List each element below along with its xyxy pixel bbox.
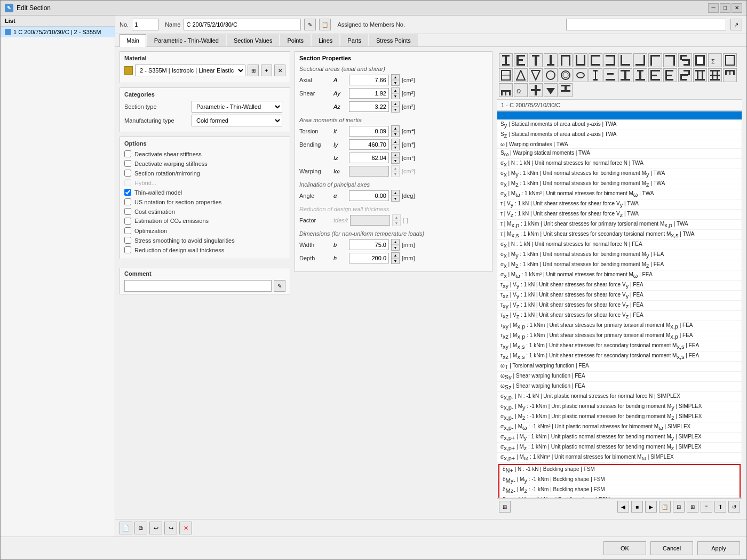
list-item[interactable]: ωSy | Shear warping function | FEA — [497, 372, 742, 382]
angle-input[interactable] — [349, 190, 389, 201]
tab-lines[interactable]: Lines — [312, 34, 339, 46]
list-grid-button[interactable]: ⊞ — [687, 501, 698, 513]
tab-main[interactable]: Main — [120, 34, 146, 47]
list-item-selected[interactable]: -- — [497, 111, 742, 120]
thin-walled-checkbox[interactable] — [124, 189, 131, 196]
list-table2-button[interactable]: ⊟ — [673, 501, 685, 513]
shape-icon-i2[interactable] — [514, 53, 528, 67]
deactivate-shear-checkbox[interactable] — [124, 150, 131, 157]
list-item[interactable]: τxy | Vy : 1 kN | Unit shear stresses fo… — [497, 281, 742, 291]
list-item[interactable]: σx,p- | Mω : -1 kNm² | Unit plastic norm… — [497, 422, 742, 433]
list-item[interactable]: σx | N : 1 kN | Unit normal stresses for… — [497, 159, 742, 169]
tab-parametric[interactable]: Parametric - Thin-Walled — [147, 34, 226, 46]
redo-button[interactable]: ↪ — [164, 522, 177, 534]
duplicate-button[interactable]: ⧉ — [134, 522, 147, 534]
list-stop-button[interactable]: ■ — [631, 501, 643, 513]
shape-icon-l4[interactable] — [663, 53, 677, 67]
ok-button[interactable]: OK — [603, 541, 646, 555]
shape-icon-z2[interactable] — [678, 68, 692, 82]
tab-parts[interactable]: Parts — [340, 34, 368, 46]
tab-section-values[interactable]: Section Values — [227, 34, 280, 46]
iy-dn[interactable]: ▼ — [392, 145, 399, 150]
shape-icon-ii2[interactable] — [708, 68, 722, 82]
shape-icon-i4[interactable] — [633, 68, 647, 82]
apply-button[interactable]: Apply — [697, 541, 740, 555]
iz-dn[interactable]: ▼ — [392, 158, 399, 163]
axial-up[interactable]: ▲ — [392, 75, 399, 80]
list-item[interactable]: σx,p- | Mz : -1 kNm | Unit plastic norma… — [497, 412, 742, 422]
shape-icon-ii1[interactable] — [693, 68, 707, 82]
comment-edit-button[interactable]: ✎ — [274, 280, 285, 292]
shape-icon-omega[interactable]: Ω — [514, 83, 528, 97]
iy-up[interactable]: ▲ — [392, 139, 399, 145]
list-next-button[interactable]: ▶ — [645, 501, 657, 513]
angle-dn[interactable]: ▼ — [392, 196, 399, 201]
list-item-fsm1[interactable]: δN+ | N : -1 kN | Buckling shape | FSM — [499, 465, 740, 475]
list-item[interactable]: τ | Mx,p : 1 kNm | Unit shear stresses f… — [497, 220, 742, 230]
us-notation-checkbox[interactable] — [124, 198, 131, 205]
list-item[interactable]: σx | Mz : 1 kNm | Unit normal stresses f… — [497, 179, 742, 189]
maximize-button[interactable]: □ — [720, 3, 730, 13]
list-item[interactable]: ωSz | Shear warping function | FEA — [497, 382, 742, 392]
assigned-icon-button[interactable]: ↗ — [730, 19, 742, 30]
reduction-checkbox[interactable] — [124, 246, 131, 253]
tab-stress-points[interactable]: Stress Points — [369, 34, 418, 46]
list-copy-button[interactable]: 📋 — [659, 501, 671, 513]
stress-smoothing-checkbox[interactable] — [124, 237, 131, 244]
shape-icon-tri1[interactable] — [514, 68, 528, 82]
list-scroll[interactable]: -- Sy | Statical moments of area about y… — [497, 111, 742, 498]
list-item[interactable]: Sω | Warping statical moments | TWA — [497, 149, 742, 159]
optimization-checkbox[interactable] — [124, 227, 131, 234]
iw-input[interactable] — [349, 166, 389, 177]
list-item[interactable]: Sy | Statical moments of area about y-ax… — [497, 120, 742, 130]
az-spinners[interactable]: ▲▼ — [391, 101, 400, 113]
shape-icon-sigma[interactable]: Σ — [708, 53, 722, 67]
assigned-input[interactable] — [566, 19, 726, 30]
list-item[interactable]: τxz | Mx,p : 1 kNm | Unit shear stresses… — [497, 331, 742, 341]
shape-icon-l3[interactable] — [648, 53, 662, 67]
list-item[interactable]: τxy | Mx,s : 1 kNm | Unit shear stresses… — [497, 341, 742, 351]
name-input[interactable] — [184, 19, 301, 30]
edit-name-button[interactable]: ✎ — [304, 19, 316, 30]
list-item[interactable]: 1 C 200/75/2/10/30/C | 2 - S355M — [1, 27, 115, 37]
list-item[interactable]: σx,p+ | Mz : 1 kNm | Unit plastic normal… — [497, 443, 742, 453]
shape-icon-c1[interactable] — [589, 53, 602, 67]
delete-button[interactable]: ✕ — [179, 522, 192, 534]
ay-input[interactable] — [349, 88, 389, 99]
list-item-fsm2[interactable]: δMy- | My : -1 kNm | Buckling shape | FS… — [499, 475, 740, 485]
list-item[interactable]: τxy | Vz : 1 kN | Unit shear stresses fo… — [497, 301, 742, 311]
list-item-fsm3[interactable]: δMz- | Mz : -1 kNm | Buckling shape | FS… — [499, 485, 740, 495]
material-edit-button[interactable]: ⊞ — [248, 65, 259, 76]
list-item[interactable]: τ | Vz : 1 kN | Unit shear stresses for … — [497, 210, 742, 220]
list-item[interactable]: τ | Mx,s : 1 kNm | Unit shear stresses f… — [497, 230, 742, 240]
shape-icon-sq2[interactable] — [499, 68, 513, 82]
axial-spinners[interactable]: ▲▼ — [391, 74, 400, 86]
shape-icon-l2[interactable] — [633, 53, 647, 67]
iz-up[interactable]: ▲ — [392, 153, 399, 158]
material-select[interactable]: 2 - S355M | Isotropic | Linear Elastic — [135, 65, 245, 76]
list-refresh-button[interactable]: ↺ — [728, 501, 740, 513]
width-spinners[interactable]: ▲▼ — [391, 239, 400, 251]
shape-icon-hat1[interactable] — [603, 68, 617, 82]
depth-up[interactable]: ▲ — [392, 253, 399, 258]
co2-checkbox[interactable] — [124, 218, 131, 225]
iz-spinners[interactable]: ▲▼ — [391, 152, 400, 164]
list-item[interactable]: τxz | Vy : 1 kN | Unit shear stresses fo… — [497, 291, 742, 301]
shape-icon-ibeam[interactable] — [589, 68, 602, 82]
shape-icon-tri2[interactable] — [529, 68, 543, 82]
ay-up[interactable]: ▲ — [392, 88, 399, 93]
iy-spinners[interactable]: ▲▼ — [391, 139, 400, 150]
iz-input[interactable] — [349, 153, 389, 163]
list-item[interactable]: σx | Mz : 1 kNm | Unit normal stresses f… — [497, 260, 742, 270]
width-up[interactable]: ▲ — [392, 239, 399, 245]
shape-icon-circ1[interactable] — [544, 68, 558, 82]
list-item[interactable]: σx | My : 1 kNm | Unit normal stresses f… — [497, 250, 742, 260]
it-up[interactable]: ▲ — [392, 126, 399, 131]
depth-input[interactable] — [349, 253, 389, 263]
deactivate-warping-checkbox[interactable] — [124, 160, 131, 167]
list-item-last-normal[interactable]: σx,p+ | Mω : 1 kNm² | Unit normal stress… — [497, 453, 742, 463]
shape-icon-z1[interactable] — [678, 53, 692, 67]
shape-icon-arrow-dn[interactable] — [544, 83, 558, 97]
depth-spinners[interactable]: ▲▼ — [391, 252, 400, 264]
shape-icon-oval[interactable] — [574, 68, 587, 82]
